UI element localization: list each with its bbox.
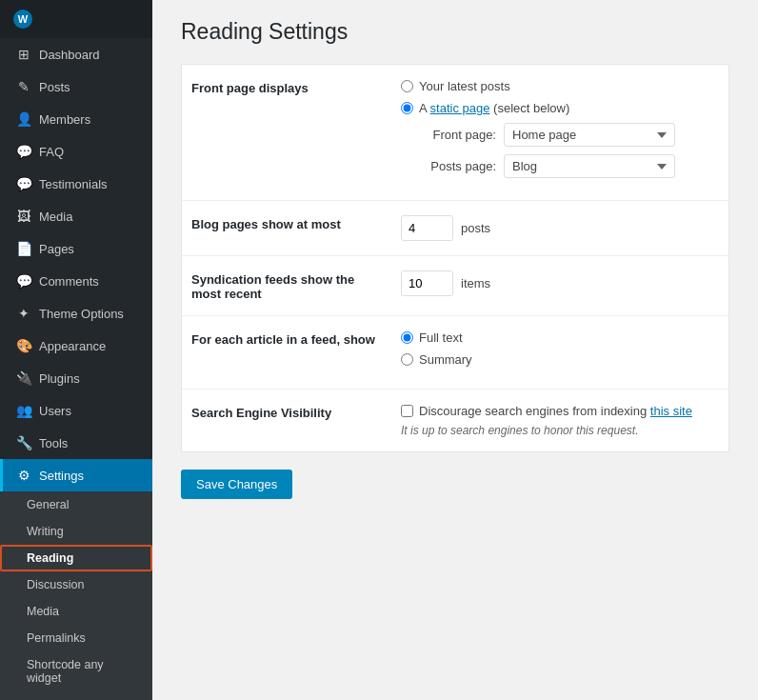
search-visibility-option[interactable]: Discourage search engines from indexing … — [401, 404, 719, 418]
syndication-input-group: items — [401, 270, 719, 296]
submenu-writing[interactable]: Writing — [0, 518, 152, 545]
search-visibility-hint: It is up to search engines to honor this… — [401, 424, 719, 437]
sidebar: W ⊞ Dashboard ✎ Posts 👤 Members 💬 FAQ 💬 … — [0, 0, 152, 700]
comments-icon: 💬 — [16, 273, 31, 289]
sidebar-item-plugins[interactable]: 🔌 Plugins — [0, 362, 152, 394]
static-page-radio-label: A static page (select below) — [419, 101, 569, 115]
sidebar-item-settings[interactable]: ⚙ Settings — [0, 459, 152, 491]
sidebar-logo: W — [0, 0, 152, 38]
syndication-input[interactable] — [401, 270, 453, 296]
sidebar-item-comments[interactable]: 💬 Comments — [0, 265, 152, 297]
users-icon: 👥 — [16, 403, 31, 418]
front-page-field: Your latest posts A static page (select … — [401, 79, 719, 186]
submenu-general[interactable]: General — [0, 491, 152, 518]
sidebar-item-tools[interactable]: 🔧 Tools — [0, 427, 152, 459]
blog-pages-label: Blog pages show at most — [191, 215, 382, 231]
search-visibility-field: Discourage search engines from indexing … — [401, 404, 719, 437]
search-visibility-checkbox-label: Discourage search engines from indexing … — [419, 404, 692, 418]
summary-label: Summary — [419, 352, 472, 367]
syndication-suffix: items — [461, 276, 490, 290]
settings-icon: ⚙ — [16, 468, 31, 483]
save-changes-button[interactable]: Save Changes — [181, 470, 292, 499]
sidebar-item-theme-options[interactable]: ✦ Theme Options — [0, 297, 152, 330]
blog-pages-input[interactable] — [401, 215, 453, 241]
summary-radio[interactable] — [401, 353, 413, 366]
sidebar-item-testimonials[interactable]: 💬 Testimonials — [0, 168, 152, 200]
main-content: Reading Settings Front page displays You… — [152, 0, 758, 700]
search-visibility-label: Search Engine Visibility — [191, 404, 382, 420]
settings-submenu: General Writing Reading Discussion Media… — [0, 491, 152, 700]
tools-icon: 🔧 — [16, 435, 31, 450]
sidebar-item-media[interactable]: 🖼 Media — [0, 200, 152, 232]
theme-options-icon: ✦ — [16, 306, 31, 321]
static-page-dropdowns: Front page: Home page Posts page: Blog — [401, 123, 719, 178]
posts-page-select[interactable]: Blog — [504, 154, 675, 178]
appearance-icon: 🎨 — [16, 338, 31, 353]
submenu-shortcode[interactable]: Shortcode any widget — [0, 651, 152, 691]
pages-icon: 📄 — [16, 241, 31, 256]
this-site-link[interactable]: this site — [650, 404, 692, 418]
latest-posts-option[interactable]: Your latest posts — [401, 79, 719, 93]
front-page-dropdown-label: Front page: — [420, 128, 496, 142]
static-page-link[interactable]: static page — [430, 101, 490, 115]
syndication-label: Syndication feeds show the most recent — [191, 270, 382, 301]
static-page-radio[interactable] — [401, 102, 413, 114]
latest-posts-radio-label: Your latest posts — [419, 79, 510, 93]
posts-icon: ✎ — [16, 79, 31, 94]
submenu-media-sub[interactable]: Media — [0, 598, 152, 625]
sidebar-item-appearance[interactable]: 🎨 Appearance — [0, 330, 152, 362]
dashboard-icon: ⊞ — [16, 47, 31, 62]
front-page-dropdown-row: Front page: Home page — [420, 123, 719, 147]
settings-form: Front page displays Your latest posts A … — [181, 64, 729, 452]
members-icon: 👤 — [16, 111, 31, 127]
blog-pages-row: Blog pages show at most posts — [182, 201, 728, 256]
search-visibility-checkbox[interactable] — [401, 405, 413, 417]
front-page-select[interactable]: Home page — [504, 123, 675, 147]
sidebar-item-faq[interactable]: 💬 FAQ — [0, 135, 152, 168]
sidebar-item-pages[interactable]: 📄 Pages — [0, 232, 152, 265]
front-page-row: Front page displays Your latest posts A … — [182, 65, 728, 201]
submenu-duplicate[interactable]: Duplicate Post — [0, 691, 152, 700]
submenu-permalinks[interactable]: Permalinks — [0, 625, 152, 651]
front-page-label: Front page displays — [191, 79, 382, 95]
full-text-radio[interactable] — [401, 331, 413, 344]
page-title: Reading Settings — [181, 19, 729, 45]
blog-pages-suffix: posts — [461, 221, 490, 235]
feed-show-label: For each article in a feed, show — [191, 330, 382, 347]
sidebar-item-members[interactable]: 👤 Members — [0, 103, 152, 135]
feed-show-field: Full text Summary — [401, 330, 719, 374]
sidebar-item-posts[interactable]: ✎ Posts — [0, 70, 152, 103]
posts-page-dropdown-row: Posts page: Blog — [420, 154, 719, 178]
full-text-option[interactable]: Full text — [401, 330, 719, 345]
feed-show-row: For each article in a feed, show Full te… — [182, 316, 728, 390]
blog-pages-field: posts — [401, 215, 719, 241]
media-icon: 🖼 — [16, 209, 31, 224]
submenu-discussion[interactable]: Discussion — [0, 571, 152, 598]
sidebar-item-dashboard[interactable]: ⊞ Dashboard — [0, 38, 152, 70]
full-text-label: Full text — [419, 330, 463, 345]
search-visibility-row: Search Engine Visibility Discourage sear… — [182, 390, 728, 451]
plugins-icon: 🔌 — [16, 370, 31, 386]
syndication-field: items — [401, 270, 719, 296]
faq-icon: 💬 — [16, 144, 31, 159]
posts-page-dropdown-label: Posts page: — [420, 159, 496, 173]
static-page-option[interactable]: A static page (select below) — [401, 101, 719, 115]
testimonials-icon: 💬 — [16, 176, 31, 191]
syndication-row: Syndication feeds show the most recent i… — [182, 256, 728, 316]
latest-posts-radio[interactable] — [401, 80, 413, 92]
summary-option[interactable]: Summary — [401, 352, 719, 367]
wp-logo-icon: W — [13, 10, 32, 29]
sidebar-item-users[interactable]: 👥 Users — [0, 394, 152, 427]
submenu-reading[interactable]: Reading — [0, 545, 152, 571]
blog-pages-input-group: posts — [401, 215, 719, 241]
